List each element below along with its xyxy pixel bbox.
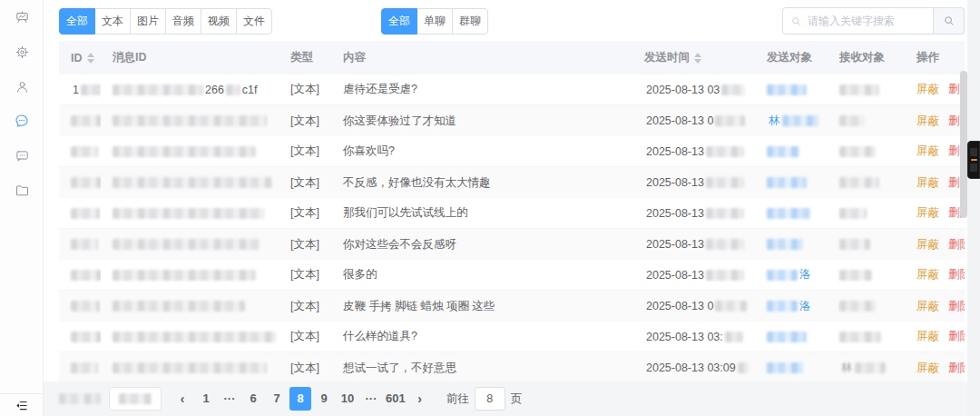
cell-sender [755,352,828,383]
time-visible-text: 2025-08-13 [646,238,704,251]
cell-send-time: 2025-08-13 [632,136,755,166]
cell-type: [文本] [279,229,331,260]
page-number-7[interactable]: 7 [266,387,288,411]
column-label: 类型 [290,50,313,65]
search-input[interactable] [808,15,926,27]
page-number-6[interactable]: 6 [242,387,264,411]
more-pages-icon[interactable]: ··· [360,387,382,411]
cell-send-time: 2025-08-13 0 [632,291,755,322]
type-label: [文本] [290,299,319,314]
cell-id [59,291,101,322]
search-input-box [782,7,934,35]
cell-id [59,229,101,260]
masked-text [715,115,745,126]
delete-button[interactable]: 删除 [948,237,965,253]
time-visible-text: 2025-08-13 0 [646,114,713,127]
delete-button[interactable]: 删除 [948,361,965,376]
sidebar-item-dashboard[interactable] [0,0,44,35]
tab-type-文件[interactable]: 文件 [236,8,272,35]
cell-type: [文本] [279,74,331,104]
content-text: 皮鞭 手拷 脚链 蜡烛 项圈 这些 [343,299,495,314]
block-button[interactable]: 屏蔽 [916,175,939,191]
masked-text [767,84,807,95]
prev-page-button[interactable]: ‹ [172,387,193,411]
cell-content: 虐待还是受虐? [331,74,632,104]
masked-text [839,332,881,342]
cell-actions: 屏蔽删除 [905,74,965,104]
block-button[interactable]: 屏蔽 [916,267,939,282]
search-button[interactable] [934,7,965,35]
sender-fragment[interactable]: 洛 [799,267,811,282]
masked-text [706,177,744,188]
block-button[interactable]: 屏蔽 [916,82,939,97]
cell-actions: 屏蔽删除 [905,167,965,198]
table-header-row: ID消息ID类型内容发送时间发送对象接收对象操作 [59,41,965,74]
page-number-10[interactable]: 10 [337,387,358,411]
masked-text [839,270,872,281]
time-visible-text: 2025-08-13 0 [646,300,713,312]
delete-button[interactable]: 删除 [948,299,965,314]
masked-text [113,239,260,250]
block-button[interactable]: 屏蔽 [916,114,939,129]
pager: ‹1···678910···601›前往页 [171,387,522,411]
tab-chat-群聊[interactable]: 群聊 [452,8,488,35]
page-size-select[interactable] [109,387,162,411]
cell-receiver [828,136,905,166]
cell-sender [755,229,828,260]
cell-send-time: 2025-08-13 [632,167,755,198]
delete-button[interactable]: 删除 [948,267,965,282]
sender-fragment[interactable]: 洛 [799,299,811,314]
column-label: 接收对象 [839,50,885,65]
masked-text [767,362,803,373]
dashboard-icon [15,10,30,25]
cell-send-time: 2025-08-13 0 [632,105,755,136]
column-header-发送时间[interactable]: 发送时间 [632,41,755,74]
sidebar-item-users[interactable] [0,69,44,104]
page-number-1[interactable]: 1 [195,387,217,411]
tab-type-视频[interactable]: 视频 [201,8,237,35]
sidebar-item-settings[interactable] [0,35,44,69]
tab-type-音频[interactable]: 音频 [165,8,201,35]
sort-carets-icon[interactable] [694,53,701,64]
cell-message-id [101,352,279,383]
cell-id [59,322,101,352]
delete-button[interactable]: 删除 [948,329,965,344]
sidebar-item-messages[interactable] [0,104,44,138]
page-number-8[interactable]: 8 [289,387,311,411]
message-type-tabs: 全部文本图片音频视频文件 [59,8,272,35]
cell-content: 什么样的道具? [331,322,632,352]
column-header-ID[interactable]: ID [59,41,101,74]
next-page-button[interactable]: › [409,387,431,411]
goto-page-input[interactable] [475,387,505,411]
block-button[interactable]: 屏蔽 [916,237,939,253]
more-pages-icon[interactable]: ··· [219,387,240,411]
cell-send-time: 2025-08-13 [632,198,755,228]
tab-type-文本[interactable]: 文本 [94,8,131,35]
block-button[interactable]: 屏蔽 [916,205,939,221]
sort-carets-icon[interactable] [87,53,94,64]
page-number-9[interactable]: 9 [313,387,335,411]
tab-chat-单聊[interactable]: 单聊 [416,8,453,35]
masked-text [81,84,101,95]
floating-extension-handle[interactable] [967,141,980,179]
page-number-601[interactable]: 601 [384,387,407,411]
type-label: [文本] [290,82,319,97]
scrollbar-thumb[interactable] [960,71,967,218]
content-text: 你喜欢吗? [343,144,395,159]
tab-type-图片[interactable]: 图片 [130,8,166,35]
cell-actions: 屏蔽删除 [905,105,965,136]
column-label: 操作 [916,50,939,65]
block-button[interactable]: 屏蔽 [916,144,939,159]
sidebar-item-comments[interactable] [0,138,44,173]
tab-type-全部[interactable]: 全部 [59,8,95,35]
sidebar-item-files[interactable] [0,173,44,207]
sidebar-collapse-button[interactable] [0,393,43,416]
block-button[interactable]: 屏蔽 [916,329,939,344]
cell-send-time: 2025-08-13 03:09 [632,352,755,383]
block-button[interactable]: 屏蔽 [916,299,939,314]
tab-chat-全部[interactable]: 全部 [381,8,417,35]
cell-receiver [828,198,905,228]
sender-fragment[interactable]: 林 [769,114,780,129]
block-button[interactable]: 屏蔽 [916,361,939,376]
handle-glyph [970,148,977,156]
